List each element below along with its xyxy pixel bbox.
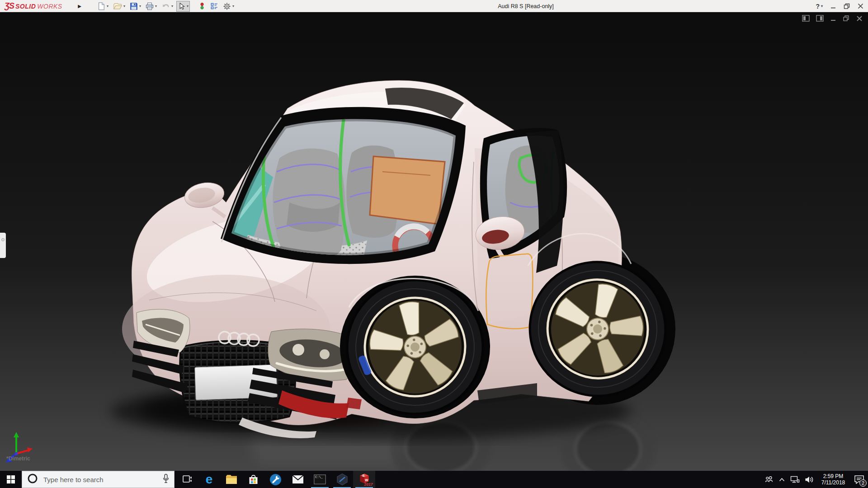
- edge-button[interactable]: e: [198, 471, 220, 488]
- search-input[interactable]: [43, 476, 162, 483]
- microsoft-store-icon: [248, 474, 259, 485]
- car-3d-view: [0, 13, 868, 471]
- document-window-controls: [802, 15, 863, 22]
- printer-icon: [146, 2, 154, 10]
- cortana-icon: [27, 473, 38, 486]
- print-dropdown-caret[interactable]: ▾: [155, 4, 157, 8]
- open-dropdown-caret[interactable]: ▾: [123, 4, 125, 8]
- window-title: Audi R8 S [Read-only]: [498, 3, 554, 9]
- mail-button[interactable]: [287, 471, 309, 488]
- select-cursor-icon: [178, 2, 185, 10]
- save-dropdown-caret[interactable]: ▾: [139, 4, 141, 8]
- brand-works: WORKS: [37, 3, 62, 10]
- taskbar-clock[interactable]: 2:59 PM 7/11/2018: [819, 473, 848, 486]
- undo-button[interactable]: ▾: [160, 1, 175, 12]
- start-button[interactable]: [0, 471, 22, 488]
- file-properties-icon: [210, 2, 218, 10]
- rebuild-trafficlight-icon: [198, 2, 206, 10]
- hidden-icons-chevron[interactable]: [778, 477, 785, 482]
- clock-time: 2:59 PM: [819, 473, 848, 479]
- restore-doc-icon[interactable]: [843, 15, 850, 22]
- brand-solid: SOLID: [15, 3, 36, 10]
- microphone-icon[interactable]: [162, 474, 170, 485]
- undo-dropdown-caret[interactable]: ▾: [171, 4, 173, 8]
- window-controls: ?▾: [816, 0, 863, 12]
- close-button[interactable]: [858, 3, 863, 9]
- new-document-icon: [97, 2, 105, 10]
- help-button[interactable]: ?▾: [816, 3, 823, 10]
- microsoft-store-button[interactable]: [242, 471, 264, 488]
- edge-icon: e: [206, 473, 213, 486]
- file-explorer-button[interactable]: [220, 471, 242, 488]
- featuremanager-flyout-tab[interactable]: [0, 233, 6, 258]
- rebuild-button[interactable]: [197, 0, 207, 12]
- close-doc-icon[interactable]: [856, 15, 863, 22]
- people-icon[interactable]: [764, 476, 774, 483]
- notification-badge: 2: [859, 479, 867, 487]
- task-view-icon: [182, 474, 193, 485]
- display-pane-left-icon[interactable]: [802, 15, 810, 22]
- volume-icon[interactable]: [805, 476, 814, 483]
- open-folder-icon: [113, 2, 122, 10]
- solidworks-2017-button[interactable]: S W 2017: [353, 471, 375, 488]
- setup-tool-icon: [269, 474, 282, 486]
- taskbar: e: [0, 471, 868, 488]
- sw-year-label: 2017: [364, 482, 373, 487]
- taskbar-search[interactable]: [22, 471, 175, 488]
- svg-text:W: W: [365, 478, 368, 482]
- new-button[interactable]: ▾: [96, 0, 110, 12]
- system-tray: 2:59 PM 7/11/2018 2: [764, 471, 865, 488]
- action-center-button[interactable]: 2: [853, 473, 865, 486]
- command-prompt-icon: C:\_: [314, 474, 326, 484]
- options-gear-icon: [223, 2, 231, 10]
- options-dropdown-caret[interactable]: ▾: [232, 4, 234, 8]
- task-view-button[interactable]: [176, 471, 198, 488]
- undo-arrow-icon: [161, 2, 170, 10]
- display-pane-right-icon[interactable]: [816, 15, 824, 22]
- clock-date: 7/11/2018: [819, 479, 848, 486]
- windows-logo-icon: [7, 475, 15, 483]
- mail-icon: [292, 475, 304, 484]
- network-icon[interactable]: [790, 475, 800, 483]
- save-floppy-icon: [130, 2, 138, 10]
- print-button[interactable]: ▾: [144, 1, 158, 12]
- new-dropdown-caret[interactable]: ▾: [107, 4, 108, 8]
- open-button[interactable]: ▾: [112, 0, 127, 12]
- taskbar-app-icons: e: [176, 471, 375, 488]
- select-button[interactable]: ▾: [176, 1, 190, 12]
- hex-app-button[interactable]: [331, 471, 353, 488]
- solidworks-2017-icon: S W 2017: [358, 472, 371, 487]
- save-button[interactable]: ▾: [128, 1, 142, 12]
- file-properties-button[interactable]: [209, 1, 220, 12]
- svg-text:S: S: [362, 474, 364, 478]
- view-orientation-label: *Dimetric: [6, 455, 30, 462]
- restore-button[interactable]: [844, 3, 850, 9]
- titlebar: ƷS SOLIDWORKS ▶ ▾ ▾ ▾: [0, 0, 868, 12]
- select-dropdown-caret[interactable]: ▾: [187, 4, 189, 8]
- graphics-area[interactable]: *Dimetric: [0, 13, 868, 471]
- setup-tool-button[interactable]: [264, 471, 287, 488]
- desktop-screen: ƷS SOLIDWORKS ▶ ▾ ▾ ▾: [0, 0, 868, 488]
- minimize-doc-icon[interactable]: [830, 15, 836, 22]
- solidworks-logo-mark: ƷS: [5, 1, 14, 11]
- options-button[interactable]: ▾: [222, 1, 236, 12]
- solidworks-logo: ƷS SOLIDWORKS: [5, 0, 62, 12]
- file-explorer-icon: [226, 474, 237, 484]
- menu-flyout-arrow-icon[interactable]: ▶: [76, 2, 83, 10]
- command-prompt-button[interactable]: C:\_: [309, 471, 331, 488]
- hex-app-icon: [336, 473, 348, 486]
- flyout-tab-dot: [1, 238, 5, 241]
- quick-access-toolbar: ▾ ▾ ▾ ▾ ▾: [96, 0, 236, 12]
- minimize-button[interactable]: [830, 4, 836, 9]
